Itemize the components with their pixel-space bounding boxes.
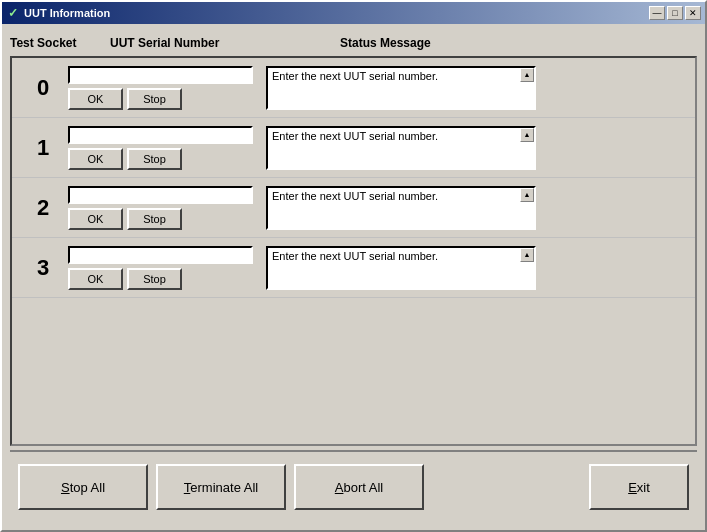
- socket-number-3: 3: [18, 255, 68, 281]
- serial-input-2[interactable]: [68, 186, 253, 204]
- stop-button-0[interactable]: Stop: [127, 88, 182, 110]
- status-scroll-up-2[interactable]: ▲: [520, 188, 534, 202]
- button-row-1: OK Stop: [68, 148, 258, 170]
- status-text-3: Enter the next UUT serial number.: [272, 250, 438, 262]
- status-textbox-0: Enter the next UUT serial number. ▲: [266, 66, 536, 110]
- title-bar-left: ✓ UUT Information: [6, 6, 110, 20]
- ok-button-3[interactable]: OK: [68, 268, 123, 290]
- socket-number-2: 2: [18, 195, 68, 221]
- button-row-3: OK Stop: [68, 268, 258, 290]
- col-header-test-socket: Test Socket: [10, 36, 110, 50]
- status-area-1: Enter the next UUT serial number. ▲: [266, 126, 689, 170]
- ok-button-2[interactable]: OK: [68, 208, 123, 230]
- stop-all-button[interactable]: Stop All: [18, 464, 148, 510]
- maximize-button[interactable]: □: [667, 6, 683, 20]
- main-window: ✓ UUT Information — □ ✕ Test Socket UUT …: [0, 0, 707, 532]
- socket-controls-2: OK Stop: [68, 186, 258, 230]
- socket-row-2: 2 OK Stop Enter the next UUT serial numb…: [12, 178, 695, 238]
- exit-label: Exit: [628, 480, 650, 495]
- socket-controls-3: OK Stop: [68, 246, 258, 290]
- socket-controls-0: OK Stop: [68, 66, 258, 110]
- socket-number-0: 0: [18, 75, 68, 101]
- serial-input-1[interactable]: [68, 126, 253, 144]
- socket-scroll-area[interactable]: 0 OK Stop Enter the next UUT serial numb…: [10, 56, 697, 446]
- status-text-0: Enter the next UUT serial number.: [272, 70, 438, 82]
- stop-all-label: Stop All: [61, 480, 105, 495]
- terminate-all-button[interactable]: Terminate All: [156, 464, 286, 510]
- stop-button-1[interactable]: Stop: [127, 148, 182, 170]
- serial-input-3[interactable]: [68, 246, 253, 264]
- status-area-0: Enter the next UUT serial number. ▲: [266, 66, 689, 110]
- ok-button-1[interactable]: OK: [68, 148, 123, 170]
- terminate-all-label: Terminate All: [184, 480, 258, 495]
- close-button[interactable]: ✕: [685, 6, 701, 20]
- serial-input-0[interactable]: [68, 66, 253, 84]
- status-scroll-up-0[interactable]: ▲: [520, 68, 534, 82]
- status-text-1: Enter the next UUT serial number.: [272, 130, 438, 142]
- status-textbox-2: Enter the next UUT serial number. ▲: [266, 186, 536, 230]
- socket-controls-1: OK Stop: [68, 126, 258, 170]
- stop-button-3[interactable]: Stop: [127, 268, 182, 290]
- window-body: Test Socket UUT Serial Number Status Mes…: [2, 24, 705, 530]
- socket-row-1: 1 OK Stop Enter the next UUT serial numb…: [12, 118, 695, 178]
- exit-button[interactable]: Exit: [589, 464, 689, 510]
- col-header-status-message: Status Message: [340, 36, 431, 50]
- socket-row-0: 0 OK Stop Enter the next UUT serial numb…: [12, 58, 695, 118]
- title-bar: ✓ UUT Information — □ ✕: [2, 2, 705, 24]
- col-header-serial-number: UUT Serial Number: [110, 36, 340, 50]
- status-textbox-3: Enter the next UUT serial number. ▲: [266, 246, 536, 290]
- title-bar-controls: — □ ✕: [649, 6, 701, 20]
- column-headers: Test Socket UUT Serial Number Status Mes…: [10, 32, 697, 56]
- abort-all-label: Abort All: [335, 480, 383, 495]
- status-scroll-up-3[interactable]: ▲: [520, 248, 534, 262]
- status-textbox-1: Enter the next UUT serial number. ▲: [266, 126, 536, 170]
- button-row-2: OK Stop: [68, 208, 258, 230]
- socket-row-3: 3 OK Stop Enter the next UUT serial numb…: [12, 238, 695, 298]
- button-row-0: OK Stop: [68, 88, 258, 110]
- status-scroll-up-1[interactable]: ▲: [520, 128, 534, 142]
- bottom-bar: Stop All Terminate All Abort All Exit: [10, 450, 697, 522]
- ok-button-0[interactable]: OK: [68, 88, 123, 110]
- window-title: UUT Information: [24, 7, 110, 19]
- abort-all-button[interactable]: Abort All: [294, 464, 424, 510]
- status-area-2: Enter the next UUT serial number. ▲: [266, 186, 689, 230]
- window-icon: ✓: [6, 6, 20, 20]
- socket-number-1: 1: [18, 135, 68, 161]
- status-text-2: Enter the next UUT serial number.: [272, 190, 438, 202]
- status-area-3: Enter the next UUT serial number. ▲: [266, 246, 689, 290]
- stop-button-2[interactable]: Stop: [127, 208, 182, 230]
- minimize-button[interactable]: —: [649, 6, 665, 20]
